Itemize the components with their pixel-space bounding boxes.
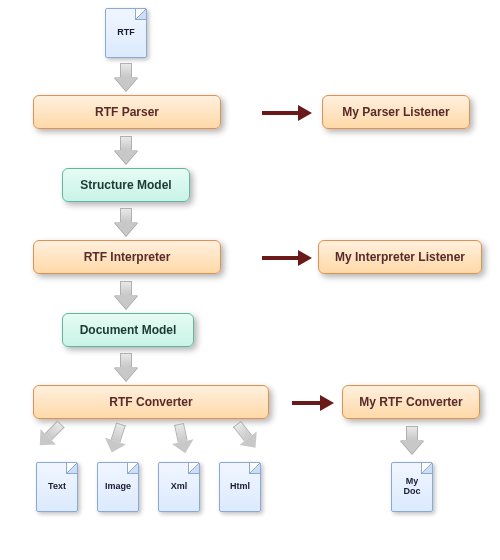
arrow-right-icon — [262, 104, 312, 122]
my-rtf-converter-box: My RTF Converter — [342, 385, 480, 419]
document-model-box: Document Model — [62, 313, 194, 347]
rtf-input-label: RTF — [117, 28, 135, 38]
document-model-label: Document Model — [80, 323, 177, 337]
arrow-diag-icon — [101, 421, 131, 456]
my-interpreter-listener-box: My Interpreter Listener — [318, 240, 482, 274]
arrow-diag-icon — [228, 417, 264, 454]
rtf-parser-label: RTF Parser — [95, 105, 159, 119]
xml-output-label: Xml — [171, 482, 188, 492]
arrow-diag-icon — [168, 422, 196, 456]
rtf-converter-label: RTF Converter — [109, 395, 192, 409]
structure-model-box: Structure Model — [62, 168, 190, 202]
image-output-label: Image — [105, 482, 131, 492]
rtf-parser-box: RTF Parser — [33, 95, 221, 129]
arrow-right-icon — [292, 394, 334, 412]
arrow-diag-icon — [32, 416, 69, 453]
arrow-down-icon — [114, 281, 138, 309]
arrow-down-icon — [114, 136, 138, 164]
text-output-label: Text — [48, 482, 66, 492]
my-parser-listener-label: My Parser Listener — [342, 105, 449, 119]
html-output-file: Html — [219, 462, 261, 512]
rtf-converter-box: RTF Converter — [33, 385, 269, 419]
text-output-file: Text — [36, 462, 78, 512]
my-parser-listener-box: My Parser Listener — [322, 95, 470, 129]
arrow-down-icon — [114, 208, 138, 236]
html-output-label: Html — [230, 482, 250, 492]
arrow-right-icon — [262, 249, 312, 267]
xml-output-file: Xml — [158, 462, 200, 512]
rtf-interpreter-box: RTF Interpreter — [33, 240, 221, 274]
arrow-down-icon — [114, 353, 138, 381]
rtf-interpreter-label: RTF Interpreter — [84, 250, 171, 264]
my-interpreter-listener-label: My Interpreter Listener — [335, 250, 465, 264]
rtf-input-file: RTF — [105, 8, 147, 58]
arrow-down-icon — [114, 63, 138, 91]
structure-model-label: Structure Model — [80, 178, 171, 192]
image-output-file: Image — [97, 462, 139, 512]
mydoc-output-file: My Doc — [391, 462, 433, 512]
my-rtf-converter-label: My RTF Converter — [359, 395, 462, 409]
mydoc-output-label: My Doc — [403, 477, 420, 497]
arrow-down-icon — [400, 426, 424, 454]
